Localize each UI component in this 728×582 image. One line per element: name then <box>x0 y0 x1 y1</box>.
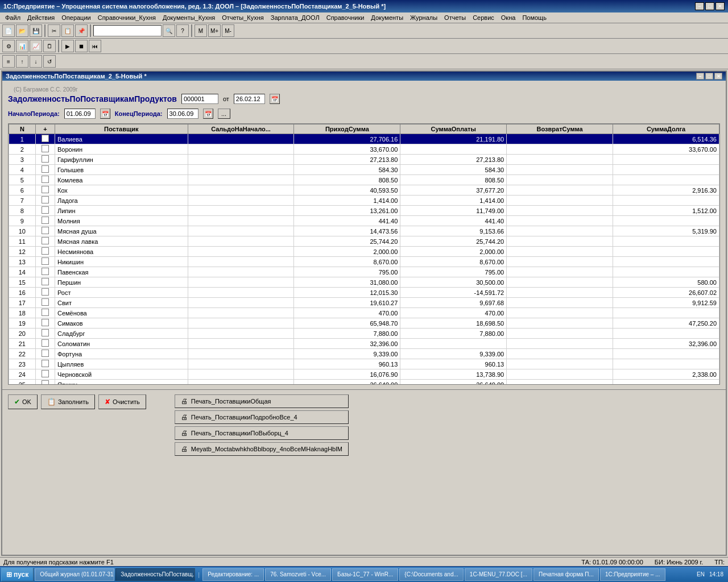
calc3-button[interactable]: M- <box>222 24 234 37</box>
tb3-btn3[interactable]: ↓ <box>30 55 42 68</box>
table-row[interactable]: 13Никишин8,670.008,670.00 <box>9 257 719 267</box>
row-checkbox[interactable] <box>42 298 49 306</box>
tb2-btn5[interactable]: ▶ <box>61 40 74 52</box>
row-checkbox[interactable] <box>42 339 49 347</box>
table-row[interactable]: 20Сладбург7,880.007,880.00 <box>9 329 719 339</box>
table-row[interactable]: 7Ладога1,414.001,414.00 <box>9 196 719 206</box>
table-row[interactable]: 18Семёнова470.00470.00 <box>9 308 719 318</box>
new-button[interactable]: 📄 <box>2 24 15 37</box>
save-toolbar-button[interactable]: 💾 <box>30 24 42 37</box>
minimize-button[interactable]: − <box>695 2 704 10</box>
end-calendar-button[interactable]: 📅 <box>203 109 213 119</box>
inner-min-button[interactable]: − <box>696 73 704 80</box>
copy-button[interactable]: 📋 <box>61 24 74 37</box>
menu-item-помощь[interactable]: Помощь <box>519 14 549 22</box>
search-input[interactable] <box>93 25 162 36</box>
end-period-input[interactable] <box>167 109 198 119</box>
tb2-btn3[interactable]: 📈 <box>30 40 42 52</box>
menu-item-журналы[interactable]: Журналы <box>407 14 440 22</box>
row-checkbox[interactable] <box>42 380 49 385</box>
menu-item-справочники-кухня[interactable]: Справочники_Кухня <box>95 14 159 22</box>
paste-button[interactable]: 📌 <box>75 24 88 37</box>
table-row[interactable]: 5Комлева808.50808.50 <box>9 175 719 185</box>
table-row[interactable]: 8Липин13,261.0011,749.001,512.00 <box>9 206 719 216</box>
search-button[interactable]: 🔍 <box>163 24 175 37</box>
calc-button[interactable]: M <box>195 24 207 37</box>
tb2-btn7[interactable]: ⏮ <box>89 40 101 52</box>
maximize-button[interactable]: □ <box>705 2 714 10</box>
print2-button[interactable]: 🖨 Печать_ПоставщикиПодробноВсе_4 <box>175 410 349 424</box>
table-row[interactable]: 11Мясная лавка25,744.2025,744.20 <box>9 236 719 247</box>
table-row[interactable]: 19Симаков65,948.7018,698.5047,250.20 <box>9 318 719 329</box>
row-checkbox[interactable] <box>42 247 49 255</box>
row-checkbox[interactable] <box>42 135 49 142</box>
close-button[interactable]: ✕ <box>715 2 725 10</box>
calc2-button[interactable]: M+ <box>208 24 221 37</box>
table-row[interactable]: 15Першин31,080.0030,500.00580.00 <box>9 277 719 288</box>
row-checkbox[interactable] <box>42 145 49 152</box>
help-button[interactable]: ? <box>176 24 189 37</box>
tb2-btn2[interactable]: 📊 <box>16 40 28 52</box>
row-checkbox[interactable] <box>42 257 49 265</box>
number-field[interactable] <box>181 94 218 104</box>
table-row[interactable]: 14Павенская795.00795.00 <box>9 267 719 277</box>
table-row[interactable]: 17Свит19,610.279,697.689,912.59 <box>9 298 719 308</box>
row-checkbox[interactable] <box>42 278 49 285</box>
menu-item-сервис[interactable]: Сервис <box>470 14 497 22</box>
table-row[interactable]: 21Соломатин32,396.0032,396.00 <box>9 339 719 349</box>
menu-item-окна[interactable]: Окна <box>498 14 519 22</box>
tb3-btn2[interactable]: ↑ <box>16 55 28 68</box>
row-checkbox[interactable] <box>42 227 49 234</box>
row-checkbox[interactable] <box>42 206 49 214</box>
tb2-btn6[interactable]: ⏹ <box>75 40 88 52</box>
table-row[interactable]: 12Несмиянова2,000.002,000.00 <box>9 247 719 257</box>
table-row[interactable]: 9Молния441.40441.40 <box>9 216 719 226</box>
menu-item-операции[interactable]: Операции <box>59 14 93 22</box>
inner-close-button[interactable]: ✕ <box>714 73 722 80</box>
table-row[interactable]: 2Воронин33,670.0033,670.00 <box>9 144 719 155</box>
print4-button[interactable]: 🖨 Мeyatb_MoctabwhkhoBblbopy_4noBceMHakna… <box>175 442 349 456</box>
ellipsis-button[interactable]: ... <box>218 109 230 119</box>
row-checkbox[interactable] <box>42 319 49 326</box>
row-checkbox[interactable] <box>42 155 49 163</box>
calendar-button[interactable]: 📅 <box>270 94 280 104</box>
table-row[interactable]: 4Голышев584.30584.30 <box>9 165 719 175</box>
clear-button[interactable]: ✘ Очистить <box>98 394 146 409</box>
row-checkbox[interactable] <box>42 237 49 244</box>
menu-item-документы[interactable]: Документы <box>368 14 406 22</box>
row-checkbox[interactable] <box>42 186 49 193</box>
from-date-input[interactable] <box>234 94 265 104</box>
table-row[interactable]: 24Черновской16,076.9013,738.902,338.00 <box>9 369 719 380</box>
table-row[interactable]: 1Валиева27,706.1621,191.806,514.36 <box>9 134 719 144</box>
open-button[interactable]: 📂 <box>16 24 28 37</box>
row-checkbox[interactable] <box>42 165 49 173</box>
start-period-input[interactable] <box>64 109 96 119</box>
cut-button[interactable]: ✂ <box>48 24 60 37</box>
menu-item-документы-кухня[interactable]: Документы_Кухня <box>160 14 218 22</box>
ok-button[interactable]: ✔ OK <box>8 394 38 409</box>
row-checkbox[interactable] <box>42 288 49 296</box>
table-row[interactable]: 23Цыпляев960.13960.13 <box>9 359 719 369</box>
menu-item-справочники[interactable]: Справочники <box>324 14 367 22</box>
print1-button[interactable]: 🖨 Печать_ПоставщикиОбщая <box>175 394 349 408</box>
menu-item-отчеты-кухня[interactable]: Отчеты_Кухня <box>219 14 267 22</box>
menu-item-действия[interactable]: Действия <box>24 14 57 22</box>
tb3-btn1[interactable]: ≡ <box>2 55 15 68</box>
fill-button[interactable]: 📋 Заполнить <box>41 394 95 409</box>
print3-button[interactable]: 🖨 Печать_ПоставщикиПоВыборц_4 <box>175 426 349 440</box>
data-table-wrapper[interactable]: N + Поставщик СальдоНаНачало... ПриходСу… <box>8 123 720 385</box>
row-checkbox[interactable] <box>42 268 49 275</box>
tb2-btn1[interactable]: ⚙ <box>2 40 15 52</box>
table-row[interactable]: 10Мясная душа14,473.569,153.665,319.90 <box>9 226 719 236</box>
start-calendar-button[interactable]: 📅 <box>100 109 110 119</box>
inner-max-button[interactable]: □ <box>705 73 713 80</box>
table-row[interactable]: 16Рост12,015.30-14,591.7226,607.02 <box>9 288 719 298</box>
tb3-btn4[interactable]: ↺ <box>43 55 56 68</box>
row-checkbox[interactable] <box>42 370 49 377</box>
row-checkbox[interactable] <box>42 329 49 336</box>
table-row[interactable]: 22Фортуна9,339.009,339.00 <box>9 349 719 359</box>
tb2-btn4[interactable]: 🗒 <box>43 40 56 52</box>
menu-item-зарплата-доол[interactable]: Зарплата_ДООЛ <box>268 14 322 22</box>
table-row[interactable]: 3Гарифуллин27,213.8027,213.80 <box>9 155 719 165</box>
table-row[interactable]: 6Кох40,593.5037,677.202,916.30 <box>9 185 719 196</box>
